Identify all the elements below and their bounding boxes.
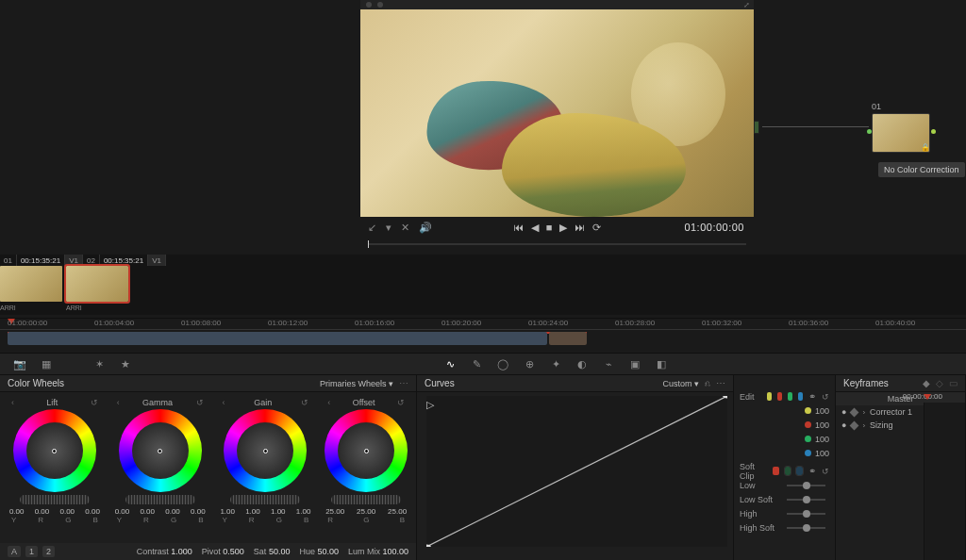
timeline-ruler[interactable]: 01:00:00:00 01:00:04:00 01:00:08:00 01:0… (0, 319, 966, 330)
key-icon[interactable]: ⌁ (602, 357, 615, 371)
wheel-value[interactable]: 25.00 (388, 507, 407, 516)
picker-icon[interactable]: ↙ (368, 222, 376, 234)
color-wheel[interactable] (13, 409, 96, 492)
channel-r[interactable] (777, 392, 782, 401)
spline-icon[interactable]: ⎌ (705, 378, 710, 388)
stereo-icon[interactable]: ◧ (655, 357, 668, 371)
play-icon[interactable]: ▶ (559, 222, 567, 234)
viewer-image[interactable] (360, 9, 754, 225)
camera-raw-icon[interactable]: 📷 (13, 357, 26, 371)
chevron-right-icon[interactable]: › (862, 408, 865, 417)
sizing-icon[interactable]: ▣ (628, 357, 641, 371)
stop-icon[interactable]: ■ (546, 222, 553, 233)
clip-thumbnail[interactable]: ARRI (66, 266, 128, 302)
link-icon[interactable]: ⚭ (808, 466, 816, 476)
chevron-left-icon[interactable]: ‹ (327, 398, 330, 407)
softclip-slider[interactable] (787, 499, 825, 501)
chevron-left-icon[interactable]: ‹ (222, 398, 225, 407)
viewer-scrubber[interactable] (368, 243, 746, 245)
reset-icon[interactable]: ↺ (397, 398, 405, 407)
motion-effects-icon[interactable]: ★ (119, 357, 132, 371)
wheel-value[interactable]: 0.00 (191, 507, 206, 516)
kf-mode-icon[interactable]: ◆ (923, 378, 930, 388)
kf-enable-icon[interactable]: ● (841, 420, 846, 430)
keyframe-scrubber[interactable] (924, 392, 965, 402)
shuffle-icon[interactable]: ✕ (401, 222, 409, 234)
expand-icon[interactable]: ⤢ (743, 1, 750, 9)
chevron-right-icon[interactable]: › (862, 421, 865, 430)
intensity-value[interactable]: 100 (815, 449, 829, 458)
clip-thumbnail[interactable]: ARRI (0, 266, 62, 302)
kf-mode-icon[interactable]: ◇ (936, 378, 943, 388)
node-out-dot[interactable] (931, 129, 936, 134)
intensity-value[interactable]: 100 (815, 406, 829, 416)
reset-icon[interactable]: ↺ (822, 467, 829, 476)
color-match-icon[interactable]: ▦ (40, 357, 53, 371)
reset-icon[interactable]: ↺ (822, 392, 829, 402)
channel-g[interactable] (788, 392, 792, 401)
diamond-icon[interactable] (850, 420, 859, 430)
jog-wheel[interactable] (20, 495, 90, 504)
fit-icon[interactable]: ▾ (386, 222, 391, 234)
channel-r[interactable] (773, 467, 779, 475)
wheel-value[interactable]: 1.00 (245, 507, 260, 516)
channel-b[interactable] (796, 467, 803, 475)
chevron-left-icon[interactable]: ‹ (117, 398, 120, 407)
param-lum-mix[interactable]: Lum Mix 100.00 (348, 547, 408, 556)
wheel-value[interactable]: 0.00 (85, 507, 100, 516)
param-hue[interactable]: Hue 50.00 (299, 547, 339, 556)
page-1[interactable]: 1 (25, 546, 38, 557)
reset-icon[interactable]: ↺ (196, 398, 204, 407)
window-icon[interactable]: ◯ (496, 357, 509, 371)
node-input[interactable] (754, 121, 759, 134)
jog-wheel[interactable] (230, 495, 300, 504)
reset-icon[interactable]: ↺ (91, 398, 98, 407)
timeline-track[interactable] (0, 332, 966, 349)
prev-frame-icon[interactable]: ◀ (531, 222, 539, 234)
curves-mode-dropdown[interactable]: Custom ▾ (662, 379, 699, 388)
jog-wheel[interactable] (331, 495, 401, 504)
tracker-icon[interactable]: ⊕ (523, 357, 536, 371)
next-frame-icon[interactable]: ⏭ (575, 222, 585, 233)
kf-enable-icon[interactable]: ● (841, 407, 846, 417)
color-wheel[interactable] (119, 409, 202, 492)
blur-icon[interactable]: ◐ (575, 357, 589, 371)
magic-icon[interactable]: ✦ (549, 357, 562, 371)
softclip-slider[interactable] (787, 513, 825, 515)
mini-timeline[interactable]: 01:00:00:00 01:00:04:00 01:00:08:00 01:0… (0, 318, 966, 350)
timeline-clip[interactable] (549, 332, 587, 345)
node-in-dot[interactable] (867, 129, 872, 134)
channel-b[interactable] (798, 392, 803, 401)
channel-y[interactable] (767, 392, 772, 401)
keyframe-track[interactable] (924, 403, 965, 560)
audio-icon[interactable]: 🔊 (419, 222, 432, 234)
node-graph[interactable]: 01 🔒 No Color Correction (754, 0, 966, 247)
curves-editor[interactable]: ▷ (426, 396, 727, 547)
diamond-icon[interactable] (850, 407, 859, 417)
softclip-slider[interactable] (787, 485, 825, 486)
wheel-value[interactable]: 0.00 (165, 507, 180, 516)
wheel-value[interactable]: 1.00 (296, 507, 311, 516)
chevron-left-icon[interactable]: ‹ (11, 398, 14, 407)
param-sat[interactable]: Sat 50.00 (254, 547, 291, 556)
loop-icon[interactable]: ⟳ (592, 222, 601, 234)
wheel-value[interactable]: 1.00 (271, 507, 286, 516)
wheel-value[interactable]: 25.00 (357, 507, 375, 516)
first-frame-icon[interactable]: ⏮ (513, 222, 524, 233)
wheel-value[interactable]: 0.00 (59, 507, 75, 516)
intensity-value[interactable]: 100 (815, 435, 829, 444)
channel-g[interactable] (785, 467, 791, 475)
wheel-value[interactable]: 1.00 (220, 507, 235, 516)
color-wheels-icon[interactable] (66, 357, 79, 371)
jog-wheel[interactable] (125, 495, 195, 504)
panel-menu-icon[interactable]: ⋯ (716, 378, 725, 388)
qualifier-icon[interactable]: ✎ (470, 357, 483, 371)
link-icon[interactable]: ⚭ (808, 391, 816, 402)
kf-mode-icon[interactable]: ▭ (949, 378, 958, 388)
intensity-value[interactable]: 100 (815, 420, 829, 430)
reset-icon[interactable]: ↺ (301, 398, 308, 407)
rgb-mixer-icon[interactable]: ✶ (92, 357, 106, 371)
param-contrast[interactable]: Contrast 1.000 (137, 547, 192, 556)
curves-icon[interactable]: ∿ (443, 357, 457, 371)
color-wheel[interactable] (224, 409, 307, 492)
